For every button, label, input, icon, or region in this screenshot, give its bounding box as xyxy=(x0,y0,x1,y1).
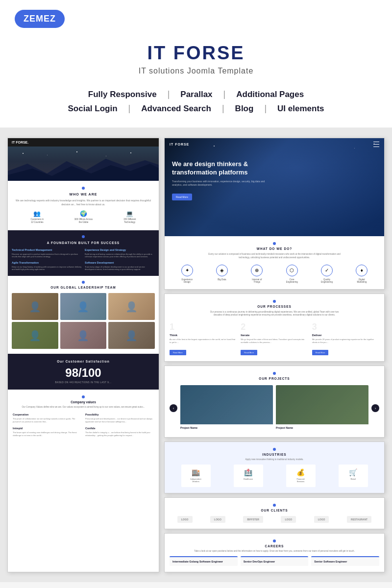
digital-icon: ♦ xyxy=(356,265,368,276)
clients-logos: LOGO LOGO BIFFSTER LOGO LOGO RESTAURANT xyxy=(170,516,379,523)
service-label-5: QualityEngineering xyxy=(312,278,342,283)
service-iot: ⊕ Internet ofThings xyxy=(242,265,271,283)
job-listings: Intermediate Golang Software Engineer Se… xyxy=(170,556,379,566)
carousel-next-button[interactable]: › xyxy=(371,404,379,412)
team-grid xyxy=(12,293,155,349)
feature-advanced-search: Advanced Search xyxy=(132,104,220,114)
header: ZEMEZ xyxy=(0,0,392,33)
job-item-3: Senior Software Engineer xyxy=(311,556,379,566)
hero-cta-button[interactable]: Read More xyxy=(172,194,192,200)
service-label-6: DigitalMarketing xyxy=(347,278,376,283)
section-dot xyxy=(273,300,276,303)
team-photo-4 xyxy=(12,322,58,349)
foundation-title-3: Agile Transformation xyxy=(12,261,82,264)
section-dot xyxy=(82,187,85,190)
client-logo-6: RESTAURANT xyxy=(347,516,371,523)
clients-heading: OUR CLIENTS xyxy=(170,509,379,512)
industries-page: INDUSTRIES Apply new innovative thinking… xyxy=(164,441,385,493)
healthcare-icon: 🏥 xyxy=(237,468,260,476)
value-desc-3: The brave spirit of meeting new challeng… xyxy=(13,431,81,437)
right-navbar: IT FORSE xyxy=(165,138,384,150)
financial-icon: 💰 xyxy=(289,468,313,476)
iot-icon: ⊕ xyxy=(251,265,263,276)
customers-label: Customers in12 Countries xyxy=(30,218,44,224)
foundation-item-2: Experience Design and Strategy Build str… xyxy=(85,248,155,258)
leadership-section: OUR GLOBAL LEADERSHIP TEAM xyxy=(8,276,159,354)
section-dot xyxy=(273,539,276,542)
process-btn-2[interactable]: Read More xyxy=(241,350,257,355)
project-image-2 xyxy=(276,385,368,424)
section-dot xyxy=(273,448,276,451)
foundation-item-3: Agile Transformation Draw on our long hi… xyxy=(12,261,82,271)
values-section: Company values Our Company Values define… xyxy=(8,390,159,442)
left-preview: IT FORSE. WHO WE ARE We are technology e… xyxy=(7,138,159,572)
clients-page: OUR CLIENTS LOGO LOGO BIFFSTER LOGO LOGO… xyxy=(164,497,385,529)
carousel-prev-button[interactable]: ‹ xyxy=(170,404,177,412)
right-preview: IT FORSE We are design thinkers & transf… xyxy=(164,138,385,572)
right-navbar-brand: IT FORSE xyxy=(170,143,189,146)
vendors-label: IndependentVendors xyxy=(184,478,208,483)
feature-ui-elements: UI elements xyxy=(269,104,333,114)
what-subtext: Every our solution is composed of busine… xyxy=(206,253,343,260)
technology-icon: 💻 xyxy=(123,210,136,217)
project-name-2: Project Name xyxy=(276,424,368,431)
feature-fully-responsive: Fully Responsive xyxy=(79,90,166,99)
job-title-3: Senior Software Engineer xyxy=(314,560,376,563)
menu-line-2 xyxy=(373,144,379,145)
service-bigdata: ◈ Big Data xyxy=(207,265,237,281)
careers-page: CAREERS Take a look at our open position… xyxy=(164,533,385,572)
process-title-2: Iterate xyxy=(241,334,308,337)
satisfaction-heading: Our Customer Satisfaction xyxy=(13,360,154,363)
value-title-4: Confide xyxy=(85,427,154,430)
financial-label: FinancialServices xyxy=(289,478,313,483)
projects-heading: OUR PROJECTS xyxy=(170,377,379,380)
who-we-are-section: WHO WE ARE We are technology experts wit… xyxy=(8,181,159,230)
service-label-4: CoreEngineering xyxy=(277,278,307,283)
sep-2: | xyxy=(221,89,228,99)
project-image-1 xyxy=(180,385,273,424)
process-btn-3[interactable]: Read More xyxy=(312,350,329,355)
foundation-item-4: Software Development Trust every stage o… xyxy=(85,261,155,271)
menu-line-1 xyxy=(373,142,379,142)
value-cooperation: Cooperation The power of collaboration: … xyxy=(13,413,81,423)
stat-technology: 💻 150 DifferentTechnology xyxy=(123,210,136,224)
services-row: ✦ ExperienceDesign ◈ Big Data ⊕ Internet… xyxy=(170,265,379,283)
value-desc-2: Personal growth and development... our d… xyxy=(85,417,154,423)
satisfaction-section: Our Customer Satisfaction 98/100 BASED O… xyxy=(8,354,159,390)
value-intrepid: Intrepid The brave spirit of meeting new… xyxy=(13,427,81,437)
industry-vendors: 🏬 IndependentVendors xyxy=(181,465,211,487)
what-heading: WHAT DO WE DO? xyxy=(170,247,379,250)
job-title-1: Intermediate Golang Software Engineer xyxy=(172,560,235,563)
project-name-1: Project Name xyxy=(180,424,273,431)
client-logo-2: LOGO xyxy=(210,516,225,523)
value-title-1: Cooperation xyxy=(13,413,81,416)
menu-line-3 xyxy=(373,147,379,147)
leadership-heading: OUR GLOBAL LEADERSHIP TEAM xyxy=(12,286,155,289)
right-hero-page: IT FORSE We are design thinkers & transf… xyxy=(164,138,385,290)
title-area: IT FORSE IT solutions Joomla Template xyxy=(0,33,392,80)
industry-retail: 🛒 Retail xyxy=(339,465,368,487)
process-desc-1: As one of the best at the largest organi… xyxy=(170,338,237,343)
process-steps: 1 Think As one of the best at the larges… xyxy=(170,322,379,355)
service-quality: ✓ QualityEngineering xyxy=(312,265,342,283)
careers-heading: CAREERS xyxy=(170,544,379,548)
process-btn-1[interactable]: Read More xyxy=(170,350,186,355)
satisfaction-number: 98/100 xyxy=(13,366,154,380)
values-grid: Cooperation The power of collaboration: … xyxy=(13,413,154,437)
client-logo-3: BIFFSTER xyxy=(243,516,263,523)
logo[interactable]: ZEMEZ xyxy=(15,10,65,28)
client-logo-1: LOGO xyxy=(177,516,193,523)
value-desc-1: The power of collaboration: we are worki… xyxy=(13,417,81,423)
feature-additional-pages: Additional Pages xyxy=(227,90,313,99)
process-step-2: 2 Iterate We go beyond the state of them… xyxy=(241,322,308,355)
project-cards: Project Name Project Name xyxy=(180,385,368,431)
value-confide: Confide The firm belief in integrity, c.… xyxy=(85,427,154,437)
features-row-1: Fully Responsive | Parallax | Additional… xyxy=(10,89,382,99)
hamburger-menu[interactable] xyxy=(373,141,379,147)
foundation-desc-3: Draw on our long history of working with… xyxy=(12,266,82,271)
team-photo-3 xyxy=(108,293,155,320)
value-title-2: Possibility xyxy=(85,413,154,416)
client-logo-4: LOGO xyxy=(281,516,296,523)
stat-offices: 🌍 300 Offices Acrossthe Globe xyxy=(74,210,93,224)
what-section: WHAT DO WE DO? Every our solution is com… xyxy=(165,236,384,289)
